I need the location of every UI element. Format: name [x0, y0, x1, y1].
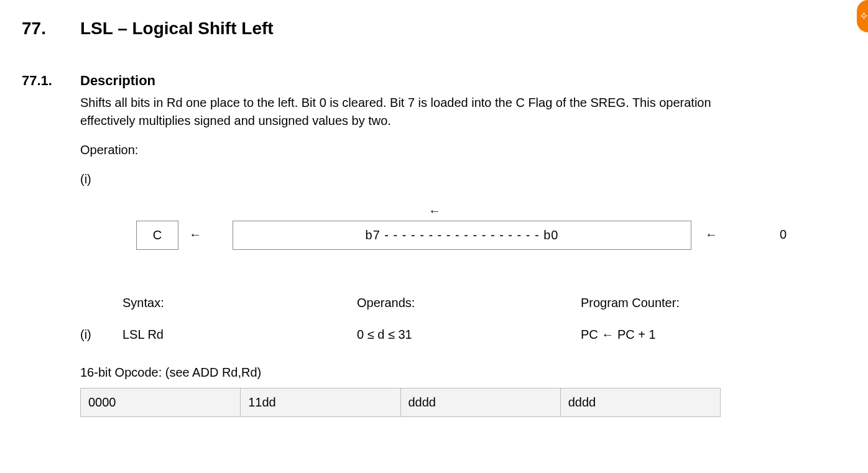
shift-diagram: ← C ← b7 - - - - - - - - - - - - - - - -…	[80, 207, 721, 263]
subheading-number: 77.1.	[22, 73, 80, 89]
syntax-header: Syntax:	[122, 294, 357, 312]
syntax-header-row: Syntax: Operands: Program Counter:	[80, 294, 721, 312]
operands-header: Operands:	[357, 294, 581, 312]
opcode-cell: dddd	[401, 388, 561, 416]
opcode-cell: 0000	[81, 388, 241, 416]
pc-value: PC ← PC + 1	[581, 326, 721, 344]
opcode-table: 0000 11dd dddd dddd	[80, 388, 721, 417]
description-paragraph: Shifts all bits in Rd one place to the l…	[80, 94, 721, 130]
syntax-value: LSL Rd	[122, 326, 357, 344]
operation-label: Operation:	[80, 141, 721, 159]
bulb-icon: ✧	[859, 9, 869, 23]
page-content: 77. LSL – Logical Shift Left 77.1. Descr…	[0, 0, 868, 417]
heading-row: 77. LSL – Logical Shift Left	[22, 19, 843, 39]
heading-title: LSL – Logical Shift Left	[80, 19, 274, 39]
zero-input: 0	[780, 226, 787, 244]
opcode-cell: 11dd	[241, 388, 400, 416]
subheading-title: Description	[80, 73, 155, 89]
opcode-cell: dddd	[561, 388, 720, 416]
arrow-top-icon: ←	[428, 202, 441, 220]
heading-number: 77.	[22, 19, 80, 39]
arrow-left2-icon: ←	[705, 226, 718, 244]
opcode-label: 16-bit Opcode: (see ADD Rd,Rd)	[80, 364, 721, 382]
syntax-row-index: (i)	[80, 326, 122, 344]
carry-box: C	[136, 221, 178, 250]
arrow-left-icon: ←	[189, 226, 201, 244]
help-ribbon[interactable]: ✧	[857, 0, 868, 32]
syntax-value-row: (i) LSL Rd 0 ≤ d ≤ 31 PC ← PC + 1	[80, 326, 721, 344]
register-box: b7 - - - - - - - - - - - - - - - - - - b…	[233, 221, 691, 250]
pc-header: Program Counter:	[581, 294, 721, 312]
subheading-row: 77.1. Description	[22, 73, 843, 89]
operands-value: 0 ≤ d ≤ 31	[357, 326, 581, 344]
operation-index: (i)	[80, 170, 721, 188]
